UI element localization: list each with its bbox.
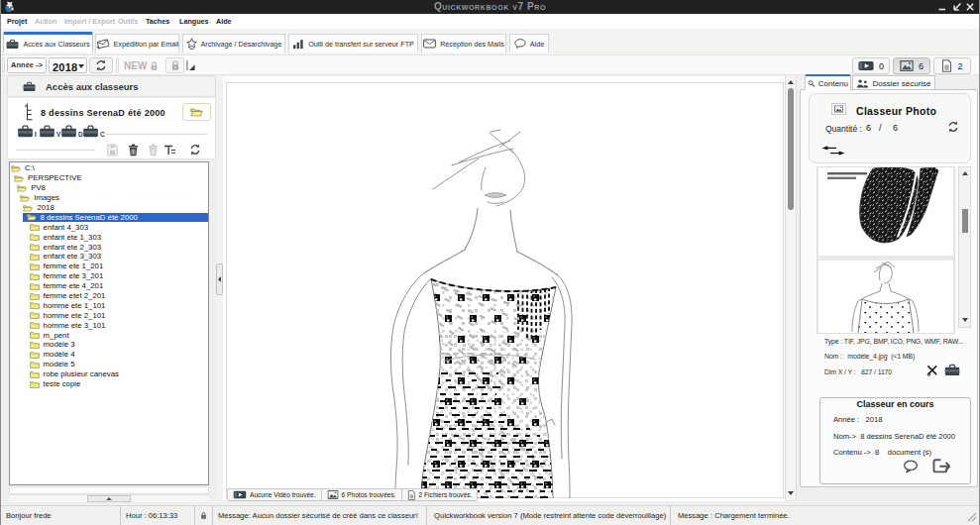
tree-item-label: femme ete 3_201: [42, 271, 106, 280]
tab-expedition-par-email[interactable]: Expédition par Email: [95, 34, 179, 52]
tree-item[interactable]: PERSPECTIVE: [10, 173, 208, 183]
tree-item[interactable]: enfant ete 2_303: [10, 242, 208, 252]
comment-icon[interactable]: [903, 460, 919, 473]
file-count-button[interactable]: 2: [933, 57, 971, 74]
case-c-button[interactable]: C: [82, 125, 105, 138]
tree-item[interactable]: femme ete 4_201: [10, 281, 208, 291]
tree-item[interactable]: enfant ete 3_303: [10, 252, 208, 262]
panel-splitter[interactable]: [216, 75, 223, 503]
tree-item[interactable]: femme ete 1_201: [10, 262, 208, 271]
picture-icon: [831, 103, 846, 115]
tab-aide[interactable]: Aide: [509, 34, 549, 52]
tab-archivage-desarchivage[interactable]: Archivage / Désarchivage: [182, 34, 285, 52]
scroll-down-button[interactable]: [786, 487, 796, 499]
briefcase-icon[interactable]: [944, 364, 960, 376]
refresh-year-button[interactable]: [89, 57, 113, 73]
collapse-up-button[interactable]: [87, 495, 131, 502]
tab-acces-aux-classeurs[interactable]: Accès aux Classeurs: [3, 32, 93, 52]
tree-item[interactable]: teste copie: [10, 379, 208, 389]
tree-item[interactable]: modèle 5: [10, 360, 208, 369]
scrollbar-thumb[interactable]: [962, 209, 968, 233]
file-icon: [941, 59, 952, 72]
collapse-left-button[interactable]: [216, 263, 223, 295]
menu-aide[interactable]: Aide: [216, 17, 232, 26]
tree-item[interactable]: 8 dessins SerenaD été 2000: [10, 212, 208, 222]
file-status-box[interactable]: 2 Fichiers trouvés.: [402, 488, 479, 501]
scroll-up-button[interactable]: [786, 76, 796, 88]
folder-open-icon: [190, 107, 203, 117]
video-status-box[interactable]: Aucune Vidéo trouvée.: [227, 488, 322, 501]
corner-fold-icon[interactable]: [186, 60, 195, 71]
tree-item-label: homme ete 2_101: [42, 311, 108, 320]
tree-item[interactable]: modèle 4: [10, 350, 208, 360]
toolbar: Année -> 2018 NEW 0 6 2: [1, 54, 979, 75]
tree-item-label: 2018: [35, 203, 55, 212]
tab-contenu[interactable]: Contenu: [805, 74, 851, 90]
toolbar-grip: [2, 57, 5, 73]
tab-label: Accès aux Classeurs: [23, 40, 89, 49]
tree-item[interactable]: enfant ete 1_303: [10, 232, 208, 242]
video-count: 0: [879, 61, 884, 71]
tree-item[interactable]: robe plusieur canevas: [10, 369, 208, 379]
tab-label: Outil de transfert sur serveur FTP: [308, 40, 414, 49]
thumbnail-list[interactable]: [817, 166, 955, 334]
tree-item[interactable]: modèle 3: [10, 340, 208, 350]
scroll-down-button[interactable]: [959, 314, 970, 326]
menu-outils: Outils: [118, 17, 138, 26]
scrollbar-thumb[interactable]: [788, 88, 794, 210]
file-status-label: 2 Fichiers trouvés.: [419, 491, 473, 498]
export-icon[interactable]: [932, 458, 953, 474]
tree-item[interactable]: femme ete 3_201: [10, 271, 208, 281]
tree-item[interactable]: enfant 4_303: [10, 222, 208, 232]
tree-item[interactable]: femme etet 2_201: [10, 291, 208, 301]
video-count-button[interactable]: 0: [852, 57, 890, 74]
tree-item[interactable]: homme ete 2_101: [10, 310, 208, 320]
cut-icon[interactable]: [926, 365, 938, 376]
open-folder-button[interactable]: [182, 103, 211, 121]
tree-item[interactable]: 2018: [10, 203, 208, 213]
image-viewer-canvas[interactable]: Aucune Vidéo trouvée. 6 Photos trouvées.…: [223, 76, 785, 501]
photo-status-box[interactable]: 6 Photos trouvées.: [322, 488, 402, 501]
tree-item[interactable]: C:\: [10, 163, 208, 173]
close-button[interactable]: [963, 0, 977, 14]
menu-projet[interactable]: Projet: [7, 17, 27, 26]
minimize-button[interactable]: [935, 0, 949, 14]
restore-button[interactable]: [950, 0, 964, 14]
tree-item[interactable]: m_pent: [10, 330, 208, 340]
tab-transfert-ftp[interactable]: Outil de transfert sur serveur FTP: [288, 34, 418, 52]
tree-item[interactable]: Images: [10, 193, 208, 203]
case-content-label: Contenu ->: [833, 448, 871, 457]
tree-item[interactable]: PV8: [10, 183, 208, 193]
thumbnail-scrollbar[interactable]: [958, 166, 971, 328]
thumbnail-item[interactable]: [818, 167, 953, 256]
canvas-vertical-scrollbar[interactable]: [785, 76, 797, 500]
case-name-value: 8 dessins SerenaD été 2000: [860, 432, 955, 441]
quantity-value: 6 / 6: [866, 123, 899, 133]
menu-taches[interactable]: Taches: [146, 17, 169, 26]
resize-grip-icon[interactable]: [967, 512, 977, 522]
case-documents-button[interactable]: D: [60, 125, 83, 138]
year-dropdown[interactable]: 2018: [49, 57, 87, 73]
thumbnail-item[interactable]: [818, 261, 953, 334]
tree-options-button[interactable]: [162, 143, 177, 157]
photo-count-button[interactable]: 6: [893, 57, 930, 74]
toolbar-separator: [116, 57, 119, 73]
triangle-up-icon: [788, 80, 794, 84]
tree-horizontal-scrollbar[interactable]: [9, 486, 209, 494]
case-videos-button[interactable]: V: [39, 125, 60, 138]
menu-action: Action: [35, 17, 56, 26]
menu-langues[interactable]: Langues: [179, 17, 209, 26]
tab-dossier-securise[interactable]: Dossier sécurisé: [852, 75, 935, 90]
case-images-button[interactable]: I: [17, 125, 37, 138]
scroll-up-button[interactable]: [959, 167, 970, 179]
status-lock-cell: [195, 506, 213, 525]
delete-button[interactable]: [125, 143, 141, 157]
tree-item[interactable]: homme ete 1_101: [10, 300, 208, 310]
refresh-tree-button[interactable]: [187, 143, 203, 157]
navigate-arrows-icon[interactable]: [821, 146, 845, 156]
tree-item[interactable]: homme ete 3_101: [10, 320, 208, 330]
tab-reception-des-mails[interactable]: Réception des Mails: [421, 34, 506, 52]
refresh-icon[interactable]: [947, 121, 959, 133]
folder-open-icon: [20, 194, 30, 202]
picture-icon: [327, 490, 339, 499]
